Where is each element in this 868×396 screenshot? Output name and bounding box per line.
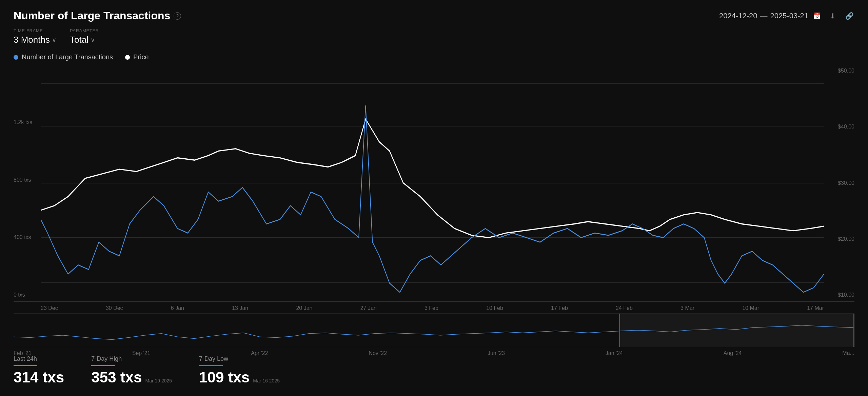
mini-label-feb21: Feb '21 (14, 350, 32, 356)
parameter-label: PARAMETER (70, 28, 99, 33)
chart-area: 1.2k txs 800 txs 400 txs 0 txs $50.00 $4… (14, 64, 854, 386)
stat-last24h: Last 24h 314 txs (14, 355, 64, 386)
x-label-24feb: 24 Feb (616, 305, 633, 311)
y-right-50: $50.00 (838, 68, 854, 74)
mini-chart[interactable]: Feb '21 Sep '21 Apr '22 Nov '22 Jun '23 … (14, 313, 854, 347)
stat-7day-low-number: 109 txs (199, 369, 250, 386)
y-right-30: $30.00 (838, 180, 854, 186)
mini-selector-left[interactable] (619, 314, 620, 347)
legend-row: Number of Large Transactions Price (14, 53, 854, 61)
mini-label-nov22: Nov '22 (369, 350, 387, 356)
info-icon[interactable]: ? (174, 12, 181, 20)
download-icon[interactable]: ⬇ (827, 11, 837, 21)
timeframe-chevron: ∨ (52, 36, 56, 44)
y-label-400: 400 txs (14, 234, 41, 240)
title-group: Number of Large Transactions ? (14, 9, 181, 22)
calendar-icon[interactable]: 📅 (813, 12, 821, 20)
x-label-10feb: 10 Feb (486, 305, 503, 311)
page-container: Number of Large Transactions ? 2024-12-2… (0, 0, 868, 396)
price-line (41, 119, 824, 238)
x-label-6jan: 6 Jan (171, 305, 184, 311)
stat-7day-high-date: Mar 19 2025 (145, 378, 172, 383)
parameter-value: Total (70, 35, 88, 45)
stat-7day-high: 7-Day High 353 txs Mar 19 2025 (91, 355, 172, 386)
y-label-0txs: 0 txs (14, 292, 41, 298)
legend-price-label: Price (133, 53, 149, 61)
x-label-3feb: 3 Feb (425, 305, 438, 311)
main-chart: 1.2k txs 800 txs 400 txs 0 txs $50.00 $4… (14, 64, 854, 302)
date-start: 2024-12-20 (719, 12, 757, 20)
mini-labels: Feb '21 Sep '21 Apr '22 Nov '22 Jun '23 … (14, 348, 854, 358)
date-range: 2024-12-20 — 2025-03-21 📅 (719, 12, 821, 20)
legend-dot-white (125, 55, 130, 60)
y-axis-right: $50.00 $40.00 $30.00 $20.00 $10.00 (824, 64, 854, 301)
y-right-20: $20.00 (838, 236, 854, 242)
y-right-10: $10.00 (838, 292, 854, 298)
x-label-10mar: 10 Mar (742, 305, 759, 311)
x-label-3mar: 3 Mar (680, 305, 694, 311)
link-icon[interactable]: 🔗 (844, 11, 854, 21)
date-end: 2025-03-21 (770, 12, 808, 20)
mini-label-ma: Ma... (842, 350, 854, 356)
y-label-1k2: 1.2k txs (14, 119, 41, 125)
y-right-40: $40.00 (838, 124, 854, 130)
y-axis-left: 1.2k txs 800 txs 400 txs 0 txs (14, 64, 41, 301)
x-label-17mar: 17 Mar (807, 305, 824, 311)
parameter-control: PARAMETER Total ∨ (70, 28, 99, 45)
legend-price: Price (125, 53, 149, 61)
y-label-800: 800 txs (14, 177, 41, 183)
stat-7day-low-value: 109 txs Mar 16 2025 (199, 369, 280, 386)
mini-selector-region (619, 314, 854, 347)
header-row: Number of Large Transactions ? 2024-12-2… (14, 9, 854, 22)
x-label-13jan: 13 Jan (232, 305, 248, 311)
x-label-17feb: 17 Feb (551, 305, 568, 311)
mini-label-sep21: Sep '21 (132, 350, 151, 356)
main-chart-svg (41, 64, 824, 301)
x-label-27jan: 27 Jan (360, 305, 377, 311)
x-label-23dec: 23 Dec (41, 305, 58, 311)
parameter-chevron: ∨ (91, 36, 95, 44)
header-right: 2024-12-20 — 2025-03-21 📅 ⬇ 🔗 (719, 11, 854, 21)
stat-last24h-number: 314 txs (14, 369, 64, 386)
stat-7day-high-value: 353 txs Mar 19 2025 (91, 369, 172, 386)
timeframe-label: TIME FRAME (14, 28, 56, 33)
mini-selector-right[interactable] (853, 314, 854, 347)
legend-transactions: Number of Large Transactions (14, 53, 113, 61)
stat-line-green (91, 365, 115, 366)
date-separator: — (760, 12, 767, 20)
x-label-20jan: 20 Jan (296, 305, 312, 311)
legend-dot-blue (14, 55, 18, 60)
controls-row: TIME FRAME 3 Months ∨ PARAMETER Total ∨ (14, 28, 854, 45)
parameter-select[interactable]: Total ∨ (70, 35, 99, 45)
stat-7day-low: 7-Day Low 109 txs Mar 16 2025 (199, 355, 280, 386)
legend-transactions-label: Number of Large Transactions (22, 53, 113, 61)
stat-last24h-value: 314 txs (14, 369, 64, 386)
transactions-line (41, 105, 824, 292)
mini-label-jun23: Jun '23 (488, 350, 505, 356)
timeframe-value: 3 Months (14, 35, 50, 45)
stats-row: Last 24h 314 txs 7-Day High 353 txs Mar … (14, 355, 854, 386)
mini-label-jan24: Jan '24 (606, 350, 623, 356)
stat-7day-low-date: Mar 16 2025 (253, 378, 280, 383)
x-axis-row: 23 Dec 30 Dec 6 Jan 13 Jan 20 Jan 27 Jan… (14, 302, 854, 311)
x-label-30dec: 30 Dec (106, 305, 123, 311)
stat-line-blue (14, 365, 37, 366)
page-title: Number of Large Transactions (14, 9, 170, 22)
timeframe-select[interactable]: 3 Months ∨ (14, 35, 56, 45)
mini-label-aug24: Aug '24 (724, 350, 742, 356)
stat-7day-high-number: 353 txs (91, 369, 142, 386)
mini-label-apr22: Apr '22 (251, 350, 268, 356)
timeframe-control: TIME FRAME 3 Months ∨ (14, 28, 56, 45)
stat-line-red (199, 365, 223, 366)
